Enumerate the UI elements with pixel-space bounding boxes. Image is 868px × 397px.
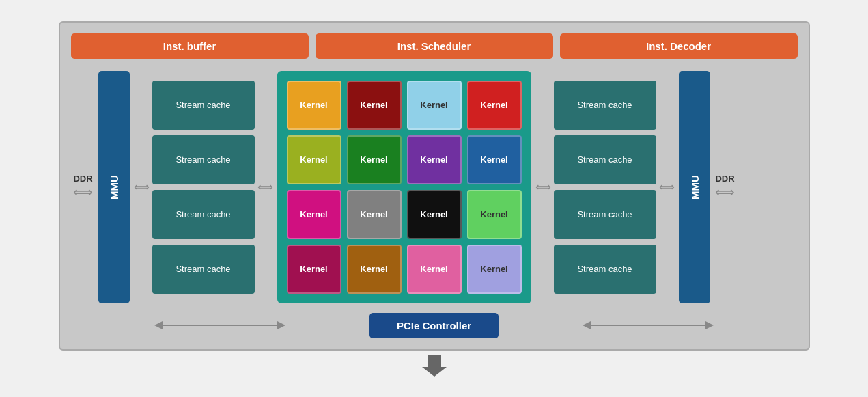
pcie-down-arrow <box>422 355 447 377</box>
stream-cache-left-4: Stream cache <box>152 245 255 294</box>
kernel-0-0: Kernel <box>287 81 341 130</box>
kernel-3-2: Kernel <box>407 245 462 294</box>
pcie-controller-block: PCIe Controller <box>369 313 499 338</box>
stream-cache-col-right: Stream cache Stream cache Stream cache S… <box>554 81 656 294</box>
kernel-2-2: Kernel <box>407 190 462 239</box>
bottom-row: PCIe Controller <box>71 313 798 338</box>
kernel-3-1: Kernel <box>347 245 402 294</box>
pcie-label: PCIe Controller <box>397 320 471 331</box>
arrow-mmu-left-sc: ⟺ <box>134 180 150 193</box>
stream-cache-left-3: Stream cache <box>152 190 255 239</box>
kernel-0-2: Kernel <box>407 81 462 130</box>
stream-cache-right-3-label: Stream cache <box>577 209 632 219</box>
middle-row: DDR ⟺ MMU ⟺ Stream cache Stream cache St… <box>71 71 798 303</box>
kernel-row-1: Kernel Kernel Kernel Kernel <box>287 135 522 184</box>
stream-cache-left-1: Stream cache <box>152 81 255 130</box>
main-chip: Inst. buffer Inst. Scheduler Inst. Decod… <box>59 21 810 351</box>
ddr-left-text: DDR <box>73 174 92 184</box>
kernel-0-3: Kernel <box>467 81 522 130</box>
stream-cache-left-4-label: Stream cache <box>176 264 230 274</box>
kernel-2-1: Kernel <box>347 190 402 239</box>
kernel-row-3: Kernel Kernel Kernel Kernel <box>287 245 522 294</box>
kernel-1-2: Kernel <box>407 135 462 184</box>
arrow-sc-right-mmu: ⟺ <box>659 180 675 193</box>
diagram-wrapper: Inst. buffer Inst. Scheduler Inst. Decod… <box>59 21 810 377</box>
kernel-1-1: Kernel <box>347 135 402 184</box>
mmu-left-label: MMU <box>108 175 120 200</box>
kernel-row-0: Kernel Kernel Kernel Kernel <box>287 81 522 130</box>
stream-cache-left-2-label: Stream cache <box>176 154 230 165</box>
inst-scheduler-block: Inst. Scheduler <box>316 33 553 59</box>
mmu-left-block: MMU <box>98 71 130 303</box>
kernel-0-1: Kernel <box>347 81 402 130</box>
pcie-arrow-right <box>499 321 797 329</box>
stream-cache-right-1: Stream cache <box>554 81 656 130</box>
kernel-1-0: Kernel <box>287 135 341 184</box>
ddr-right-label: DDR ⟺ <box>713 174 738 200</box>
arrow-kernel-sc-right: ⟺ <box>535 180 551 193</box>
stream-cache-left-1-label: Stream cache <box>176 100 230 110</box>
inst-buffer-block: Inst. buffer <box>71 33 309 59</box>
ddr-left-arrow-icon: ⟺ <box>73 184 93 200</box>
kernel-1-3: Kernel <box>467 135 522 184</box>
kernel-2-3: Kernel <box>467 190 522 239</box>
pcie-arrow-left <box>71 321 369 329</box>
stream-cache-left-3-label: Stream cache <box>176 209 230 219</box>
kernel-3-0: Kernel <box>287 245 341 294</box>
kernel-row-2: Kernel Kernel Kernel Kernel <box>287 190 522 239</box>
kernel-3-3: Kernel <box>467 245 522 294</box>
stream-cache-right-4-label: Stream cache <box>577 264 632 274</box>
inst-scheduler-label: Inst. Scheduler <box>397 40 471 52</box>
kernel-grid: Kernel Kernel Kernel Kernel Kernel Kerne… <box>277 71 531 303</box>
ddr-right-arrow-icon: ⟺ <box>715 184 735 200</box>
svg-marker-2 <box>422 355 447 377</box>
stream-cache-col-left: Stream cache Stream cache Stream cache S… <box>152 81 255 294</box>
stream-cache-right-1-label: Stream cache <box>577 100 632 110</box>
inst-decoder-block: Inst. Decoder <box>560 33 798 59</box>
stream-cache-right-3: Stream cache <box>554 190 656 239</box>
arrow-sc-left-kernel: ⟺ <box>257 180 273 193</box>
stream-cache-right-4: Stream cache <box>554 245 656 294</box>
top-row: Inst. buffer Inst. Scheduler Inst. Decod… <box>71 33 798 59</box>
mmu-right-block: MMU <box>679 71 710 303</box>
ddr-right-text: DDR <box>715 174 734 184</box>
inst-buffer-label: Inst. buffer <box>163 40 216 52</box>
kernel-2-0: Kernel <box>287 190 341 239</box>
inst-decoder-label: Inst. Decoder <box>646 40 711 52</box>
stream-cache-right-2-label: Stream cache <box>577 154 632 165</box>
stream-cache-right-2: Stream cache <box>554 135 656 184</box>
ddr-left-label: DDR ⟺ <box>71 174 96 200</box>
mmu-right-label: MMU <box>688 175 700 200</box>
stream-cache-left-2: Stream cache <box>152 135 255 184</box>
